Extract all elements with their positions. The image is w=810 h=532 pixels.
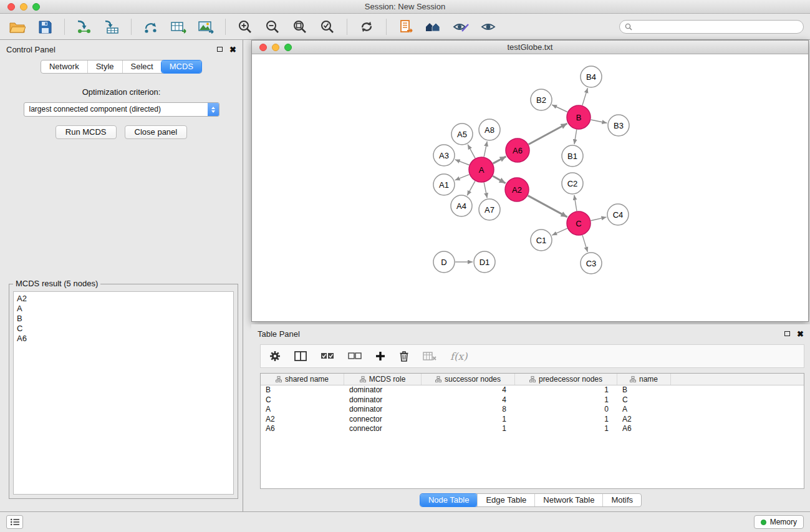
zoom-selected-icon[interactable]: [316, 17, 339, 37]
refresh-icon[interactable]: [355, 17, 378, 37]
graph-node-C3[interactable]: C3: [581, 253, 602, 274]
column-header-name[interactable]: name: [617, 374, 671, 385]
zoom-in-icon[interactable]: [234, 17, 256, 37]
search-input[interactable]: [636, 22, 798, 32]
graph-node-C[interactable]: C: [567, 211, 591, 235]
graph-node-A4[interactable]: A4: [451, 195, 472, 216]
close-window-button[interactable]: [7, 3, 15, 11]
graph-edge-A-A2[interactable]: [493, 176, 505, 183]
column-header-shared-name[interactable]: shared name: [261, 374, 344, 385]
network-window-titlebar[interactable]: testGlobe.txt: [252, 41, 808, 54]
graph-edge-C-C2[interactable]: [574, 195, 577, 211]
table-row[interactable]: Bdominator41B: [261, 385, 804, 395]
graph-edge-B-B1[interactable]: [574, 130, 577, 145]
network-maximize-button[interactable]: [284, 44, 292, 51]
show-columns-icon[interactable]: [294, 351, 307, 361]
graph-node-A7[interactable]: A7: [479, 199, 500, 220]
import-table-file-icon[interactable]: [100, 17, 123, 37]
unselect-all-checkboxes-icon[interactable]: [348, 352, 362, 360]
snapshot-icon[interactable]: [395, 17, 417, 37]
graph-edge-A-A3[interactable]: [455, 160, 470, 165]
float-table-panel-icon[interactable]: [784, 331, 790, 336]
graph-node-B3[interactable]: B3: [608, 115, 629, 136]
memory-button[interactable]: Memory: [754, 515, 804, 529]
tab-mcds[interactable]: MCDS: [162, 60, 201, 73]
graph-node-A6[interactable]: A6: [506, 138, 529, 162]
network-canvas[interactable]: AA1A2A3A4A5A6A7A8BB1B2B3B4CC1C2C3C4DD1: [253, 55, 808, 321]
tab-select[interactable]: Select: [122, 60, 162, 73]
network-table-icon[interactable]: [167, 17, 190, 37]
tab-network[interactable]: Network: [41, 60, 87, 73]
hide-graphics-details-icon[interactable]: [450, 17, 472, 37]
graph-node-A[interactable]: A: [469, 157, 494, 182]
graph-node-A8[interactable]: A8: [479, 119, 500, 140]
table-row[interactable]: Adominator80A: [261, 405, 804, 415]
graph-edge-C-C3[interactable]: [582, 235, 587, 252]
minimize-window-button[interactable]: [20, 3, 27, 11]
graph-node-C2[interactable]: C2: [562, 173, 583, 194]
graph-node-A2[interactable]: A2: [505, 178, 529, 201]
graph-node-C4[interactable]: C4: [607, 204, 629, 225]
tab-edge-table[interactable]: Edge Table: [477, 494, 534, 506]
zoom-out-icon[interactable]: [261, 17, 284, 37]
save-session-icon[interactable]: [34, 17, 56, 37]
graph-node-A5[interactable]: A5: [451, 123, 473, 145]
graph-edge-A2-C[interactable]: [528, 196, 567, 217]
table-settings-gear-icon[interactable]: [269, 351, 281, 362]
column-header-successor-nodes[interactable]: successor nodes: [422, 374, 515, 385]
table-row[interactable]: A6connector11A6: [261, 424, 804, 434]
close-table-panel-icon[interactable]: ✖: [797, 330, 804, 338]
graph-edge-C-C1[interactable]: [552, 228, 567, 235]
float-panel-icon[interactable]: [217, 47, 223, 52]
add-column-icon[interactable]: [375, 351, 385, 361]
tab-node-table[interactable]: Node Table: [420, 494, 478, 506]
run-mcds-button[interactable]: Run MCDS: [55, 125, 117, 139]
select-all-checkboxes-icon[interactable]: [321, 352, 334, 360]
import-network-file-icon[interactable]: [73, 17, 95, 37]
graph-node-A3[interactable]: A3: [433, 145, 455, 166]
dropdown-stepper-icon[interactable]: [208, 102, 219, 117]
zoom-fit-icon[interactable]: [289, 17, 311, 37]
search-field[interactable]: [619, 20, 804, 34]
maximize-window-button[interactable]: [32, 3, 40, 11]
function-builder-icon[interactable]: f(x): [450, 351, 467, 362]
task-history-button[interactable]: [6, 515, 23, 529]
optimization-criterion-dropdown[interactable]: largest connected component (directed): [24, 102, 219, 117]
close-panel-button[interactable]: Close panel: [125, 125, 188, 139]
column-header-predecessor-nodes[interactable]: predecessor nodes: [515, 374, 617, 385]
open-session-icon[interactable]: [6, 17, 29, 37]
graph-node-B2[interactable]: B2: [531, 89, 552, 110]
graph-node-D1[interactable]: D1: [474, 251, 495, 273]
graph-edge-A-A6[interactable]: [493, 157, 506, 163]
export-image-icon[interactable]: [195, 17, 217, 37]
mcds-result-list[interactable]: A2ABCA6: [13, 291, 234, 495]
delete-column-trash-icon[interactable]: [399, 351, 409, 362]
clone-network-icon[interactable]: [140, 17, 162, 37]
show-graphics-details-icon[interactable]: [477, 17, 499, 37]
graph-edge-A-A5[interactable]: [468, 145, 475, 158]
graph-edge-A6-B[interactable]: [529, 123, 567, 145]
tab-motifs[interactable]: Motifs: [602, 494, 641, 506]
graph-edge-B-B3[interactable]: [591, 120, 607, 123]
table-row[interactable]: A2connector11A2: [261, 415, 804, 425]
graph-node-B[interactable]: B: [567, 105, 591, 129]
graph-node-A1[interactable]: A1: [433, 174, 455, 195]
network-graph[interactable]: AA1A2A3A4A5A6A7A8BB1B2B3B4CC1C2C3C4DD1: [253, 55, 809, 322]
graph-edge-A-A7[interactable]: [484, 183, 487, 198]
graph-edge-A-A4[interactable]: [467, 181, 475, 195]
graph-node-C1[interactable]: C1: [531, 230, 552, 251]
graph-edge-A-A1[interactable]: [455, 175, 470, 180]
tab-network-table[interactable]: Network Table: [534, 494, 602, 506]
graph-node-B4[interactable]: B4: [581, 66, 602, 87]
birdseye-home-icon[interactable]: [422, 17, 445, 37]
network-close-button[interactable]: [259, 44, 267, 51]
tab-style[interactable]: Style: [87, 60, 122, 73]
close-panel-icon[interactable]: ✖: [229, 46, 236, 54]
graph-node-D[interactable]: D: [433, 251, 455, 273]
table-row[interactable]: Cdominator41C: [261, 395, 804, 405]
column-header-MCDS-role[interactable]: MCDS role: [344, 374, 422, 385]
graph-edge-A-A8[interactable]: [484, 142, 487, 157]
graph-edge-C-C4[interactable]: [591, 217, 607, 221]
graph-edge-B-B4[interactable]: [582, 88, 588, 105]
graph-node-B1[interactable]: B1: [562, 145, 583, 167]
